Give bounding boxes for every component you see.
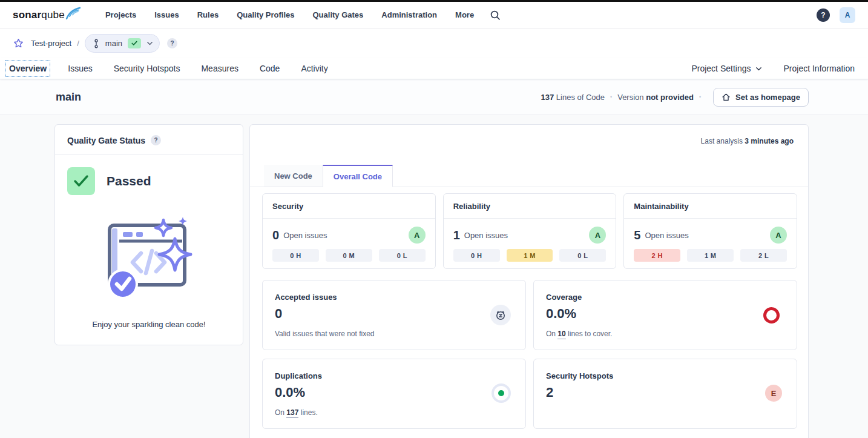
quality-gate-card: Quality Gate Status ? Passed bbox=[54, 124, 243, 345]
reliability-body: 1 Open issues A bbox=[444, 219, 616, 246]
tab-measures[interactable]: Measures bbox=[199, 62, 240, 75]
severity-chip-medium[interactable]: 0 M bbox=[326, 249, 372, 262]
security-hotspots-rating-badge[interactable]: E bbox=[765, 385, 782, 402]
accepted-issues-value[interactable]: 0 bbox=[275, 306, 513, 322]
reliability-count-label: Open issues bbox=[464, 231, 508, 240]
loc-label: Lines of Code bbox=[556, 93, 605, 102]
maintainability-rating-badge[interactable]: A bbox=[770, 227, 787, 244]
duplications-value[interactable]: 0.0% bbox=[275, 385, 513, 400]
duplications-card: Duplications 0.0% On 137 lines. bbox=[262, 359, 526, 429]
brand-text-bold: sonar bbox=[13, 9, 41, 21]
search-button[interactable] bbox=[490, 10, 501, 21]
page-title: main bbox=[56, 91, 81, 104]
panel-body: Security 0 Open issues A 0 H 0 M 0 L Rel… bbox=[262, 193, 797, 429]
set-homepage-button[interactable]: Set as homepage bbox=[713, 88, 809, 107]
search-icon bbox=[490, 10, 501, 21]
global-nav: sonarqube Projects Issues Rules Quality … bbox=[0, 2, 868, 28]
favorite-button[interactable] bbox=[13, 38, 24, 48]
branch-help-button[interactable]: ? bbox=[167, 38, 177, 48]
check-icon bbox=[131, 41, 137, 46]
tab-issues[interactable]: Issues bbox=[66, 62, 94, 75]
duplications-desc-prefix: On bbox=[275, 408, 284, 417]
chevron-down-icon bbox=[755, 65, 762, 72]
severity-chip-low[interactable]: 0 L bbox=[379, 249, 426, 262]
maintainability-title: Maintainability bbox=[624, 194, 797, 219]
maintainability-severity-chips: 2 H 1 M 2 L bbox=[624, 246, 797, 262]
maintainability-card: Maintainability 5 Open issues A 2 H 1 M … bbox=[623, 193, 797, 269]
star-icon bbox=[13, 38, 24, 48]
passed-badge bbox=[67, 167, 95, 195]
duplication-dot bbox=[498, 390, 504, 396]
global-nav-right: ? A bbox=[817, 7, 855, 23]
tab-code[interactable]: Code bbox=[258, 62, 281, 75]
coverage-title: Coverage bbox=[546, 293, 784, 302]
coverage-value[interactable]: 0.0% bbox=[546, 306, 784, 322]
accepted-issues-card: Accepted issues 0 Valid issues that were… bbox=[262, 280, 526, 350]
help-button[interactable]: ? bbox=[817, 8, 830, 22]
tab-overall-code[interactable]: Overall Code bbox=[323, 165, 393, 187]
last-analysis: Last analysis 3 minutes ago bbox=[701, 137, 794, 145]
snooze-clock-icon bbox=[490, 305, 511, 325]
severity-chip-medium[interactable]: 1 M bbox=[687, 249, 734, 262]
global-nav-links: Projects Issues Rules Quality Profiles Q… bbox=[105, 10, 474, 19]
avatar-letter: A bbox=[845, 11, 850, 19]
breadcrumb-separator: / bbox=[77, 39, 79, 48]
reliability-count[interactable]: 1 bbox=[453, 228, 460, 242]
loc-value: 137 bbox=[541, 93, 554, 102]
nav-item-rules[interactable]: Rules bbox=[197, 10, 219, 19]
tab-overview[interactable]: Overview bbox=[7, 62, 48, 75]
branch-selector[interactable]: main bbox=[85, 34, 160, 53]
last-analysis-label: Last analysis bbox=[701, 137, 743, 145]
nav-item-quality-gates[interactable]: Quality Gates bbox=[313, 10, 364, 19]
nav-item-projects[interactable]: Projects bbox=[105, 10, 136, 19]
tab-activity[interactable]: Activity bbox=[299, 62, 329, 75]
brand-text-light: qube bbox=[41, 9, 65, 21]
code-tabstrip: New Code Overall Code bbox=[250, 162, 808, 187]
project-nav: Overview Issues Security Hotspots Measur… bbox=[0, 58, 868, 79]
tab-new-code[interactable]: New Code bbox=[264, 165, 323, 187]
duplication-ring-icon bbox=[492, 383, 511, 403]
maintainability-count[interactable]: 5 bbox=[634, 228, 640, 242]
tab-security-hotspots[interactable]: Security Hotspots bbox=[112, 62, 182, 75]
security-rating-badge[interactable]: A bbox=[409, 227, 426, 244]
coverage-icon-wrap bbox=[763, 305, 782, 324]
coverage-description: On 10 lines to cover. bbox=[546, 330, 784, 338]
quality-gate-title: Quality Gate Status bbox=[67, 136, 145, 145]
coverage-lines-link[interactable]: 10 bbox=[557, 330, 565, 339]
severity-chip-low[interactable]: 2 L bbox=[740, 249, 787, 262]
project-settings-menu[interactable]: Project Settings bbox=[691, 64, 761, 73]
quality-gate-status: Passed bbox=[55, 155, 243, 207]
reliability-rating-badge[interactable]: A bbox=[589, 227, 606, 244]
security-count[interactable]: 0 bbox=[272, 228, 279, 242]
project-information-button[interactable]: Project Information bbox=[784, 64, 855, 73]
nav-item-administration[interactable]: Administration bbox=[381, 10, 437, 19]
coverage-desc-prefix: On bbox=[546, 330, 556, 338]
severity-chip-medium[interactable]: 1 M bbox=[507, 249, 553, 262]
quality-gate-help-button[interactable]: ? bbox=[151, 135, 161, 145]
duplications-lines-link[interactable]: 137 bbox=[286, 408, 298, 418]
severity-chip-high[interactable]: 2 H bbox=[634, 249, 680, 262]
security-title: Security bbox=[263, 194, 435, 219]
user-avatar[interactable]: A bbox=[840, 7, 855, 23]
nav-item-issues[interactable]: Issues bbox=[154, 10, 179, 19]
duplications-description: On 137 lines. bbox=[275, 408, 513, 417]
chevron-down-icon bbox=[146, 40, 153, 47]
metric-cards-row: Security 0 Open issues A 0 H 0 M 0 L Rel… bbox=[262, 193, 797, 269]
reliability-card: Reliability 1 Open issues A 0 H 1 M 0 L bbox=[443, 193, 617, 269]
security-hotspots-value[interactable]: 2 bbox=[546, 385, 784, 400]
severity-chip-low[interactable]: 0 L bbox=[559, 249, 606, 262]
nav-item-more[interactable]: More bbox=[455, 10, 474, 19]
help-glyph: ? bbox=[170, 40, 174, 47]
severity-chip-high[interactable]: 0 H bbox=[272, 249, 319, 262]
meta-bullet: • bbox=[699, 94, 701, 100]
security-hotspots-title: Security Hotspots bbox=[546, 371, 784, 380]
nav-item-quality-profiles[interactable]: Quality Profiles bbox=[237, 10, 294, 19]
version-value: not provided bbox=[646, 93, 694, 102]
sonarqube-logo[interactable]: sonarqube bbox=[13, 9, 81, 21]
project-information-label: Project Information bbox=[784, 64, 855, 73]
breadcrumb-project-link[interactable]: Test-project bbox=[31, 39, 71, 48]
accepted-issues-icon-wrap bbox=[490, 305, 511, 325]
severity-chip-high[interactable]: 0 H bbox=[453, 249, 500, 262]
quality-gate-header: Quality Gate Status ? bbox=[55, 125, 243, 154]
coverage-ring-icon bbox=[763, 307, 780, 324]
